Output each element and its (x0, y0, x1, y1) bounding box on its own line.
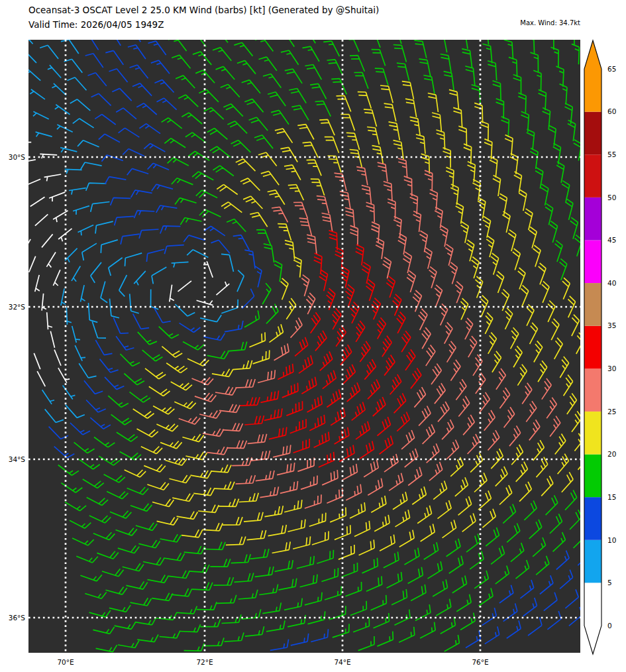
wind-barb (382, 336, 392, 357)
wind-barb (28, 179, 40, 189)
wind-barb (182, 113, 202, 124)
wind-barb (314, 253, 322, 274)
wind-barb (311, 629, 328, 642)
wind-barb (293, 256, 301, 277)
wind-barb (303, 142, 319, 157)
wind-barb (376, 238, 384, 259)
wind-barb (106, 587, 127, 595)
wind-barb (431, 364, 441, 384)
wind-barb (546, 495, 558, 515)
wind-barb (547, 398, 556, 419)
wind-barb (176, 76, 195, 88)
wind-barb (470, 453, 483, 473)
wind-barb (177, 512, 198, 520)
colorbar-segment (584, 240, 601, 283)
wind-barb (513, 346, 522, 367)
wind-barb (95, 221, 113, 233)
wind-barb (144, 465, 166, 472)
wind-barb (123, 149, 144, 156)
wind-barb (65, 502, 86, 511)
wind-barb (307, 396, 323, 412)
wind-barb (323, 41, 339, 56)
wind-barb (85, 592, 106, 598)
wind-barb (476, 372, 486, 394)
wind-barb (352, 402, 366, 420)
wind-barb (384, 182, 392, 201)
wind-barb (522, 383, 532, 404)
wind-barb (172, 262, 189, 267)
wind-barb (160, 226, 181, 234)
wind-barb (278, 364, 293, 380)
wind-barb (499, 485, 512, 504)
wind-barb (284, 598, 302, 610)
wind-barb (125, 470, 146, 477)
wind-barb (189, 565, 209, 573)
wind-barb (299, 355, 313, 373)
wind-barb (564, 375, 573, 396)
wind-barb (380, 85, 393, 103)
wind-barb (34, 353, 40, 369)
wind-barb (275, 560, 293, 571)
wind-barb (180, 323, 201, 332)
wind-barb (527, 129, 535, 150)
wind-barb (134, 211, 154, 219)
wind-barb (178, 95, 198, 107)
wind-barb (507, 620, 521, 638)
wind-barb (46, 252, 56, 268)
wind-barb (408, 567, 423, 584)
wind-barb (488, 430, 499, 450)
wind-barb (204, 638, 224, 645)
wind-barb (75, 345, 85, 361)
colorbar-tick-label: 65 (607, 65, 616, 73)
wind-barb (350, 601, 366, 616)
wind-barb (199, 411, 221, 419)
wind-barb (372, 298, 380, 319)
wind-barb (558, 454, 569, 475)
colorbar-tick-label: 40 (607, 279, 616, 287)
wind-barb (426, 345, 435, 366)
wind-barb (188, 151, 209, 160)
wind-barb (209, 40, 228, 42)
wind-barb (397, 312, 405, 333)
wind-barb (435, 207, 443, 229)
colorbar-segment (584, 583, 601, 626)
wind-barb (476, 276, 483, 298)
wind-barb (340, 192, 350, 210)
wind-barb (356, 245, 364, 266)
wind-barb (78, 140, 99, 147)
wind-barb (401, 331, 411, 352)
wind-barb (97, 551, 118, 559)
wind-barb (458, 126, 466, 146)
wind-barb (271, 110, 289, 124)
wind-barb (427, 443, 439, 463)
wind-barb (405, 349, 415, 370)
wind-barb (362, 558, 378, 573)
wind-barb (384, 552, 399, 568)
wind-barb (402, 82, 414, 99)
wind-barb (144, 144, 165, 152)
wind-barb (111, 414, 132, 425)
wind-barb (462, 513, 476, 532)
wind-barb (99, 456, 120, 465)
wind-barb (387, 572, 402, 588)
wind-barb (413, 290, 421, 311)
wind-barb (248, 434, 267, 444)
wind-barb (255, 567, 274, 577)
wind-barb (420, 622, 435, 638)
wind-barb (225, 321, 243, 332)
wind-barb (429, 462, 443, 480)
wind-barb (565, 490, 577, 510)
wind-barb (135, 618, 156, 625)
x-tick-label: 74°E (323, 657, 362, 667)
wind-barb (216, 66, 235, 80)
wind-barb (419, 406, 431, 426)
wind-barb (268, 92, 286, 106)
wind-barb (30, 197, 45, 206)
wind-barb (254, 135, 273, 148)
wind-barb (335, 173, 347, 191)
colorbar-segment (584, 112, 601, 155)
wind-barb (243, 196, 262, 209)
wind-barb (89, 610, 111, 617)
wind-barb (428, 561, 443, 579)
wind-barb (423, 76, 435, 94)
